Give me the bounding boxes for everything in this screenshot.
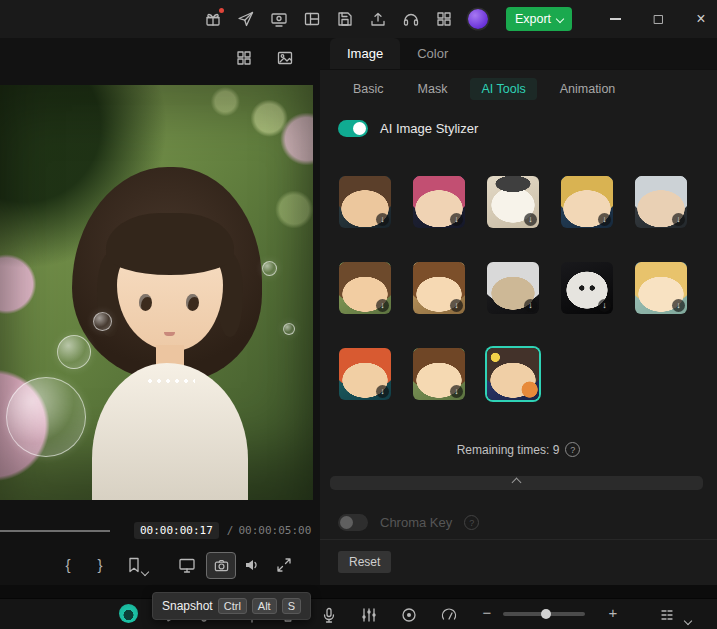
save-icon[interactable] xyxy=(336,10,354,28)
style-thumbnail[interactable]: ↓ xyxy=(413,262,465,314)
track-view-icon[interactable] xyxy=(658,606,676,624)
chroma-key-row: Chroma Key ? xyxy=(338,514,479,531)
preview-canvas[interactable] xyxy=(0,85,313,500)
style-thumbnail[interactable]: ↓ xyxy=(487,262,539,314)
audio-mixer-icon[interactable] xyxy=(360,606,378,624)
window-controls: × xyxy=(607,0,709,38)
style-thumbnail[interactable]: ↓ xyxy=(339,176,391,228)
style-thumbnail[interactable]: ↓ xyxy=(561,176,613,228)
app-window: Export × xyxy=(0,0,717,629)
cloud-upload-icon[interactable] xyxy=(369,10,387,28)
zoom-in-button[interactable]: + xyxy=(606,604,620,622)
subtab-bar: Basic Mask AI Tools Animation xyxy=(320,70,717,107)
compare-media-icon[interactable] xyxy=(276,49,294,67)
timecode: 00:00:00:17 / 00:00:05:00 xyxy=(134,520,311,540)
panel-layout-icon[interactable] xyxy=(303,10,321,28)
minimize-button[interactable] xyxy=(607,11,623,27)
current-timecode[interactable]: 00:00:00:17 xyxy=(134,522,219,539)
chroma-key-toggle[interactable] xyxy=(338,514,368,531)
subtab-ai-tools[interactable]: AI Tools xyxy=(470,78,536,100)
thumbnail-row: ↓ ↓ xyxy=(339,348,687,400)
download-icon: ↓ xyxy=(672,213,685,226)
zoom-out-button[interactable]: − xyxy=(480,604,494,622)
preview-header xyxy=(235,49,294,67)
transport-controls: { } xyxy=(0,546,313,584)
style-thumbnail[interactable]: ↓ xyxy=(635,262,687,314)
download-icon: ↓ xyxy=(450,299,463,312)
timeline-zoom-slider[interactable] xyxy=(503,612,585,616)
grid-view-icon[interactable] xyxy=(235,49,253,67)
style-thumbnail[interactable]: ↓ xyxy=(413,176,465,228)
style-thumbnail[interactable]: ↓ xyxy=(413,348,465,400)
chroma-key-label: Chroma Key xyxy=(380,515,452,530)
apps-grid-icon[interactable] xyxy=(435,10,453,28)
snapshot-tooltip: Snapshot Ctrl Alt S xyxy=(152,592,311,620)
art-bubble xyxy=(262,261,277,276)
download-icon: ↓ xyxy=(376,385,389,398)
reset-button[interactable]: Reset xyxy=(338,551,391,573)
style-thumbnail[interactable]: ↓ xyxy=(339,262,391,314)
ai-stylizer-toggle[interactable] xyxy=(338,120,368,137)
subtab-mask[interactable]: Mask xyxy=(407,78,459,100)
thumbnail-row: ↓ ↓ ↓ ↓ ↓ xyxy=(339,262,687,314)
download-icon: ↓ xyxy=(450,385,463,398)
maximize-button[interactable] xyxy=(650,11,666,27)
info-icon[interactable]: ? xyxy=(565,442,580,457)
key-badge-ctrl: Ctrl xyxy=(218,598,247,614)
screen-record-icon[interactable] xyxy=(270,10,288,28)
close-button[interactable]: × xyxy=(693,11,709,27)
download-icon: ↓ xyxy=(450,213,463,226)
art-eye xyxy=(139,294,152,311)
key-badge-alt: Alt xyxy=(252,598,277,614)
style-thumbnail[interactable]: ↓ xyxy=(487,176,539,228)
style-thumbnail[interactable]: ↓ xyxy=(635,176,687,228)
view-options-chevron-icon[interactable] xyxy=(685,612,691,627)
headset-icon[interactable] xyxy=(402,10,420,28)
art-pearl-necklace xyxy=(147,378,195,384)
notification-dot xyxy=(219,8,224,13)
mark-in-icon[interactable]: { xyxy=(61,556,75,574)
ai-portrait-button[interactable] xyxy=(119,604,138,623)
subtab-basic[interactable]: Basic xyxy=(342,78,395,100)
user-avatar[interactable] xyxy=(468,9,488,29)
timeline-toolbar: − + xyxy=(0,598,717,629)
microphone-icon[interactable] xyxy=(320,606,338,624)
total-timecode: 00:00:05:00 xyxy=(238,524,311,537)
tab-bar: Image Color xyxy=(320,38,717,70)
speed-icon[interactable] xyxy=(440,606,458,624)
ai-stylizer-label: AI Image Stylizer xyxy=(380,121,478,136)
marker-dropdown-chevron-icon[interactable] xyxy=(142,563,148,578)
tab-color[interactable]: Color xyxy=(400,38,465,69)
download-icon: ↓ xyxy=(524,299,537,312)
snapshot-button[interactable] xyxy=(206,552,236,579)
export-button[interactable]: Export xyxy=(506,7,572,31)
fullscreen-icon[interactable] xyxy=(275,556,293,574)
thumbnail-row: ↓ ↓ ↓ ↓ ↓ xyxy=(339,176,687,228)
art-bubble xyxy=(283,323,295,335)
remaining-times-label: Remaining times: 9 xyxy=(457,443,560,457)
speaker-icon[interactable] xyxy=(243,556,261,574)
properties-panel: Image Color Basic Mask AI Tools Animatio… xyxy=(320,38,717,585)
titlebar: Export × xyxy=(0,0,717,38)
titlebar-icon-group xyxy=(204,0,488,38)
subtab-animation[interactable]: Animation xyxy=(549,78,627,100)
art-eye xyxy=(186,294,199,311)
style-thumbnail[interactable]: ↓ xyxy=(339,348,391,400)
zoom-slider-knob[interactable] xyxy=(541,609,551,619)
style-thumbnail-selected[interactable] xyxy=(487,348,539,400)
chroma-info-icon[interactable]: ? xyxy=(464,515,479,530)
record-icon[interactable] xyxy=(400,606,418,624)
remaining-times-row: Remaining times: 9 ? xyxy=(320,442,717,457)
send-icon[interactable] xyxy=(237,10,255,28)
mark-out-icon[interactable]: } xyxy=(93,556,107,574)
tooltip-label: Snapshot xyxy=(162,599,213,613)
ai-stylizer-row: AI Image Stylizer xyxy=(320,117,717,139)
tab-image[interactable]: Image xyxy=(330,38,400,69)
display-mode-icon[interactable] xyxy=(178,556,196,574)
art-bangs xyxy=(106,213,234,275)
gift-icon[interactable] xyxy=(204,10,222,28)
collapse-section-button[interactable] xyxy=(330,476,703,490)
seek-bar[interactable] xyxy=(0,530,110,532)
style-thumbnail[interactable]: ↓ xyxy=(561,262,613,314)
download-icon: ↓ xyxy=(672,299,685,312)
